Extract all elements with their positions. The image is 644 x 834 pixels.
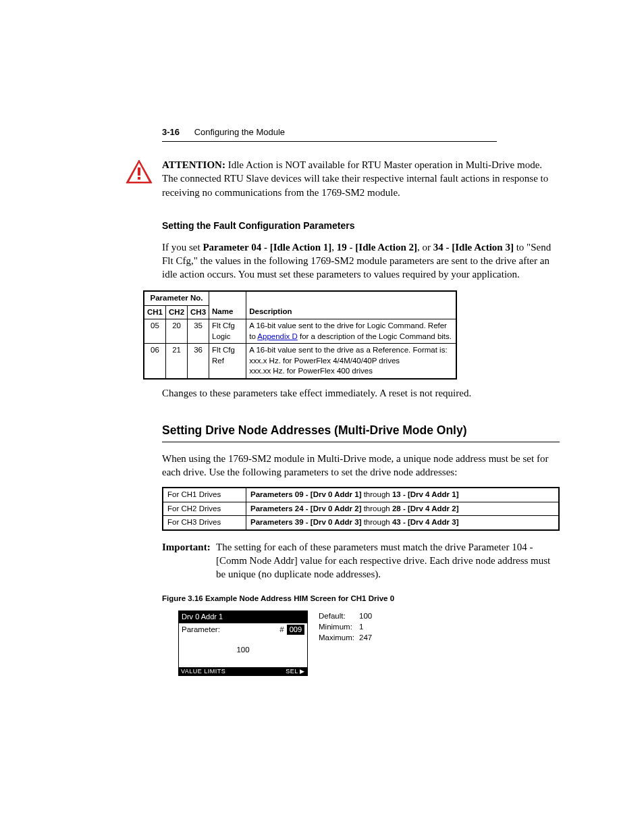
th-ch3: CH3 [188, 305, 209, 319]
th-parameter-no: Parameter No. [144, 291, 209, 305]
table-row: For CH2 Drives Parameters 24 - [Drv 0 Ad… [163, 502, 559, 516]
him-screen: Drv 0 Addr 1 Parameter: # 009 100 VALUE … [178, 610, 308, 676]
him-footer-left: VALUE LIMITS [181, 667, 225, 675]
table-row: 05 20 35 Flt Cfg Logic A 16-bit value se… [144, 319, 456, 344]
important-block: Important: The setting for each of these… [162, 540, 560, 581]
attention-text: ATTENTION: Idle Action is NOT available … [162, 158, 560, 199]
table-row: 06 21 36 Flt Cfg Ref A 16-bit value sent… [144, 344, 456, 379]
him-side-info: Default:100 Minimum:1 Maximum:247 [319, 610, 372, 676]
him-param-number: 009 [287, 625, 304, 635]
fault-cfg-paragraph: If you set Parameter 04 - [Idle Action 1… [162, 240, 560, 282]
svg-rect-3 [138, 177, 140, 180]
table-row: For CH3 Drives Parameters 39 - [Drv 0 Ad… [163, 516, 559, 530]
parameter-table: Parameter No. CH1 CH2 CH3 Name Descripti… [143, 290, 457, 380]
him-hash: # [279, 625, 284, 635]
subheading-fault-cfg: Setting the Fault Configuration Paramete… [162, 219, 560, 232]
him-figure: Drv 0 Addr 1 Parameter: # 009 100 VALUE … [178, 610, 560, 676]
him-footer-right: SEL ▶ [286, 667, 305, 675]
him-titlebar: Drv 0 Addr 1 [179, 611, 307, 623]
param-footnote: Changes to these parameters take effect … [162, 386, 560, 400]
section-heading-node-addresses: Setting Drive Node Addresses (Multi-Driv… [162, 423, 560, 442]
attention-block: ATTENTION: Idle Action is NOT available … [162, 158, 560, 199]
th-ch2: CH2 [166, 305, 188, 319]
important-label: Important: [162, 540, 216, 581]
svg-rect-2 [138, 167, 140, 176]
him-param-label: Parameter: [182, 625, 277, 635]
figure-caption: Figure 3.16 Example Node Address HIM Scr… [162, 594, 560, 604]
th-description: Description [246, 305, 456, 319]
page-number: 3-16 [162, 127, 180, 137]
attention-label: ATTENTION: [162, 159, 225, 170]
page-header: 3-16 Configuring the Module [162, 127, 497, 142]
th-ch1: CH1 [144, 305, 166, 319]
drive-parameters-table: For CH1 Drives Parameters 09 - [Drv 0 Ad… [162, 487, 560, 531]
th-name: Name [209, 305, 246, 319]
table-row: For CH1 Drives Parameters 09 - [Drv 0 Ad… [163, 488, 559, 502]
important-text: The setting for each of these parameters… [216, 540, 560, 581]
attention-icon [126, 159, 153, 184]
chapter-title: Configuring the Module [194, 127, 285, 137]
appendix-link[interactable]: Appendix D [257, 332, 297, 340]
him-value: 100 [179, 641, 307, 668]
node-intro: When using the 1769-SM2 module in Multi-… [162, 452, 560, 479]
